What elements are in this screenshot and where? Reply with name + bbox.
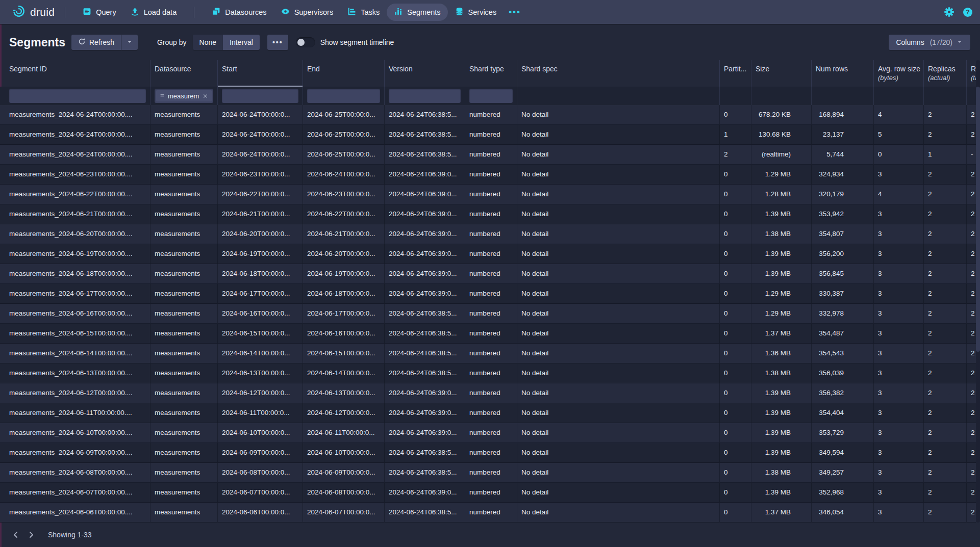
cell-avg_row_size[interactable]: 3	[874, 165, 924, 185]
cell-shard_spec[interactable]: No detail	[517, 204, 720, 224]
cell-replicas[interactable]: 2	[924, 185, 967, 204]
filter-tag[interactable]: measurem	[156, 90, 212, 101]
cell-num_rows[interactable]: 356,382	[812, 383, 874, 403]
cell-size[interactable]: 1.28 MB	[751, 185, 812, 204]
cell-version[interactable]: 2024-06-24T06:39:0...	[385, 483, 465, 503]
cell-id[interactable]: measurements_2024-06-24T00:00:00....	[0, 105, 150, 125]
cell-end[interactable]: 2024-06-10T00:00:0...	[303, 443, 385, 463]
cell-replication_factor[interactable]: 2	[967, 244, 976, 264]
cell-shard_type[interactable]: numbered	[465, 344, 517, 363]
cell-replication_factor[interactable]: 2	[967, 204, 976, 224]
cell-shard_spec[interactable]: No detail	[517, 244, 720, 264]
cell-size[interactable]: 1.29 MB	[751, 165, 812, 185]
cell-replication_factor[interactable]: 2	[967, 284, 976, 304]
cell-version[interactable]: 2024-06-24T06:39:0...	[385, 403, 465, 423]
cell-end[interactable]: 2024-06-17T00:00:0...	[303, 304, 385, 324]
cell-version[interactable]: 2024-06-24T06:38:5...	[385, 324, 465, 344]
cell-replicas[interactable]: 2	[924, 204, 967, 224]
cell-shard_type[interactable]: numbered	[465, 423, 517, 443]
cell-datasource[interactable]: measurements	[150, 363, 218, 383]
cell-replication_factor[interactable]: 2	[967, 125, 976, 145]
cell-size[interactable]: 1.38 MB	[751, 363, 812, 383]
cell-shard_spec[interactable]: No detail	[517, 284, 720, 304]
cell-partition[interactable]: 0	[720, 224, 751, 244]
header-cell-end[interactable]: End	[303, 60, 385, 87]
cell-start[interactable]: 2024-06-18T00:00:0...	[218, 264, 303, 284]
cell-datasource[interactable]: measurements	[150, 145, 218, 165]
druid-logo[interactable]: druid	[12, 5, 55, 20]
cell-shard_type[interactable]: numbered	[465, 204, 517, 224]
cell-replicas[interactable]: 2	[924, 264, 967, 284]
cell-partition[interactable]: 0	[720, 383, 751, 403]
cell-id[interactable]: measurements_2024-06-14T00:00:00....	[0, 344, 150, 363]
cell-partition[interactable]: 0	[720, 403, 751, 423]
cell-datasource[interactable]: measurements	[150, 224, 218, 244]
cell-avg_row_size[interactable]: 3	[874, 264, 924, 284]
cell-partition[interactable]: 0	[720, 244, 751, 264]
cell-shard_type[interactable]: numbered	[465, 304, 517, 324]
table-row[interactable]: measurements_2024-06-06T00:00:00....meas…	[0, 503, 976, 523]
cell-avg_row_size[interactable]: 3	[874, 363, 924, 383]
cell-id[interactable]: measurements_2024-06-19T00:00:00....	[0, 244, 150, 264]
cell-replicas[interactable]: 2	[924, 503, 967, 523]
cell-start[interactable]: 2024-06-13T00:00:0...	[218, 363, 303, 383]
cell-start[interactable]: 2024-06-12T00:00:0...	[218, 383, 303, 403]
cell-size[interactable]: 1.29 MB	[751, 304, 812, 324]
nav-item-datasources[interactable]: Datasources	[205, 4, 273, 21]
cell-shard_type[interactable]: numbered	[465, 483, 517, 503]
header-cell-replicas[interactable]: Replicas(actual)	[924, 60, 967, 87]
filter-input-shard_type[interactable]	[469, 89, 513, 103]
cell-avg_row_size[interactable]: 4	[874, 185, 924, 204]
cell-version[interactable]: 2024-06-24T06:38:5...	[385, 145, 465, 165]
nav-item-services[interactable]: Services	[448, 4, 504, 21]
cell-end[interactable]: 2024-06-15T00:00:0...	[303, 344, 385, 363]
cell-end[interactable]: 2024-06-21T00:00:0...	[303, 224, 385, 244]
cell-shard_type[interactable]: numbered	[465, 185, 517, 204]
cell-datasource[interactable]: measurements	[150, 185, 218, 204]
cell-replication_factor[interactable]: 2	[967, 264, 976, 284]
nav-item-query[interactable]: Query	[76, 4, 123, 21]
cell-replication_factor[interactable]: 2	[967, 383, 976, 403]
cell-replicas[interactable]: 2	[924, 125, 967, 145]
cell-replicas[interactable]: 1	[924, 145, 967, 165]
cell-num_rows[interactable]: 324,934	[812, 165, 874, 185]
cell-num_rows[interactable]: 356,845	[812, 264, 874, 284]
next-page-button[interactable]	[23, 527, 39, 542]
cell-shard_spec[interactable]: No detail	[517, 145, 720, 165]
cell-id[interactable]: measurements_2024-06-10T00:00:00....	[0, 423, 150, 443]
table-row[interactable]: measurements_2024-06-24T00:00:00....meas…	[0, 145, 976, 165]
cell-avg_row_size[interactable]: 3	[874, 344, 924, 363]
cell-replicas[interactable]: 2	[924, 284, 967, 304]
cell-shard_type[interactable]: numbered	[465, 324, 517, 344]
cell-replicas[interactable]: 2	[924, 344, 967, 363]
cell-datasource[interactable]: measurements	[150, 403, 218, 423]
cell-size[interactable]: 1.38 MB	[751, 463, 812, 483]
table-row[interactable]: measurements_2024-06-24T00:00:00....meas…	[0, 125, 976, 145]
cell-version[interactable]: 2024-06-24T06:39:0...	[385, 264, 465, 284]
cell-start[interactable]: 2024-06-17T00:00:0...	[218, 284, 303, 304]
cell-avg_row_size[interactable]: 5	[874, 125, 924, 145]
cell-version[interactable]: 2024-06-24T06:39:0...	[385, 284, 465, 304]
cell-shard_spec[interactable]: No detail	[517, 403, 720, 423]
cell-version[interactable]: 2024-06-24T06:38:5...	[385, 344, 465, 363]
cell-datasource[interactable]: measurements	[150, 105, 218, 125]
toolbar-more-button[interactable]: •••	[267, 35, 288, 50]
cell-start[interactable]: 2024-06-10T00:00:0...	[218, 423, 303, 443]
cell-replication_factor[interactable]: 2	[967, 463, 976, 483]
nav-more-button[interactable]: •••	[504, 7, 526, 17]
cell-num_rows[interactable]: 23,137	[812, 125, 874, 145]
cell-datasource[interactable]: measurements	[150, 304, 218, 324]
cell-start[interactable]: 2024-06-16T00:00:0...	[218, 304, 303, 324]
cell-start[interactable]: 2024-06-08T00:00:0...	[218, 463, 303, 483]
cell-size[interactable]: (realtime)	[751, 145, 812, 165]
cell-partition[interactable]: 0	[720, 324, 751, 344]
cell-datasource[interactable]: measurements	[150, 383, 218, 403]
cell-partition[interactable]: 0	[720, 443, 751, 463]
cell-shard_spec[interactable]: No detail	[517, 344, 720, 363]
cell-datasource[interactable]: measurements	[150, 165, 218, 185]
filter-input-start[interactable]	[222, 89, 298, 103]
table-row[interactable]: measurements_2024-06-12T00:00:00....meas…	[0, 383, 976, 403]
cell-partition[interactable]: 0	[720, 503, 751, 523]
cell-size[interactable]: 1.39 MB	[751, 264, 812, 284]
cell-start[interactable]: 2024-06-09T00:00:0...	[218, 443, 303, 463]
